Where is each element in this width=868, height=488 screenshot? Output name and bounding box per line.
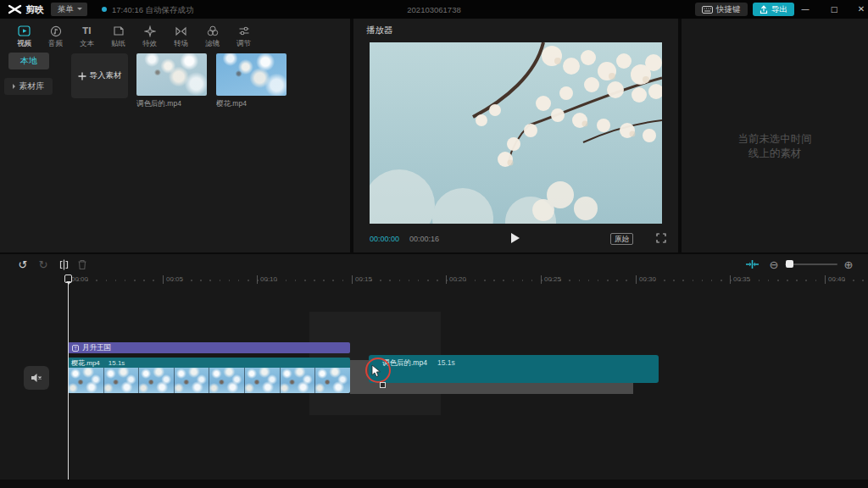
autosave-status-icon [102,7,107,12]
media-item-sakura-clip[interactable]: 樱花.mp4 [216,53,287,109]
export-button[interactable]: 导出 [753,3,794,16]
media-item-graded-clip[interactable]: 调色后的.mp4 [136,53,207,109]
tab-filter[interactable]: 滤镜 [197,19,228,49]
drag-indicator-icon [380,382,386,388]
timeline-section: ↺ ↻ ⊖ ⊕ 00:00 00:05 00:10 00:15 00:20 00… [0,254,868,488]
sticker-icon [113,25,125,37]
video-preview[interactable] [370,42,662,224]
close-button[interactable]: ✕ [851,0,868,19]
mute-track-button[interactable] [24,366,49,390]
menu-button[interactable]: 菜单 [51,3,87,16]
tab-adjust[interactable]: 调节 [228,19,259,49]
play-button[interactable] [511,233,520,243]
ruler-label: 00:40 [825,275,845,284]
current-time: 00:00:00 [370,235,399,243]
text-clip-icon: T [72,345,79,352]
zoom-slider-handle[interactable] [786,260,793,268]
clip-name: 樱花.mp4 [71,358,100,368]
ruler-label: 00:10 [257,275,277,284]
dragged-clip-graded[interactable]: 调色后的.mp4 15.1s [369,355,659,383]
clip-header: 樱花.mp4 15.1s [68,358,350,368]
app-name: 剪映 [25,3,44,16]
keyboard-icon [702,6,713,14]
delete-icon[interactable] [75,257,90,272]
tab-transition[interactable]: 转场 [165,19,197,49]
player-controls: 00:00:00 00:00:16 原始 [353,230,678,249]
timeline-ruler[interactable]: 00:00 00:05 00:10 00:15 00:20 00:25 00:3… [0,274,868,286]
ruler-label: 00:30 [636,275,656,284]
ruler-label: 00:20 [446,275,466,284]
media-tabbar: 视频 音频 TI 文本 贴纸 特效 [0,19,350,49]
export-icon [760,5,768,14]
media-item-name: 调色后的.mp4 [136,99,207,109]
sliders-icon [238,25,250,37]
undo-icon[interactable]: ↺ [15,257,31,272]
zoom-out-icon[interactable]: ⊖ [766,257,782,272]
zoom-in-icon[interactable]: ⊕ [841,257,856,272]
ruler-label: 00:15 [352,275,372,284]
document-title: 202103061738 [349,5,519,14]
snap-to-track-icon[interactable] [744,257,760,272]
tab-text[interactable]: TI 文本 [71,19,103,49]
player-panel: 播放器 [353,19,678,252]
ruler-label: 00:35 [730,275,750,284]
redo-icon[interactable]: ↻ [36,257,51,272]
plus-icon [78,72,86,80]
text-clip-label: 月升王国 [82,343,111,353]
media-thumbnail[interactable] [216,53,287,96]
tab-sticker[interactable]: 贴纸 [103,19,134,49]
transition-icon [175,25,187,37]
player-title: 播放器 [366,25,393,36]
inspector-empty-message: 当前未选中时间 线上的素材 [682,132,868,161]
media-thumbnail[interactable] [136,53,207,96]
split-icon[interactable] [56,257,71,272]
mouse-cursor-icon [371,364,381,378]
video-clip-sakura[interactable]: 樱花.mp4 15.1s [68,358,350,393]
tab-effects[interactable]: 特效 [134,19,165,49]
app-window: 剪映 菜单 17:40:16 自动保存成功 202103061738 快捷键 导… [0,0,868,488]
total-duration: 00:00:16 [409,235,439,243]
horizontal-scrollbar[interactable] [0,480,868,488]
text-icon: TI [82,25,92,37]
ruler-label: 00:25 [541,275,561,284]
titlebar: 剪映 菜单 17:40:16 自动保存成功 202103061738 快捷键 导… [0,0,868,19]
maximize-button[interactable]: □ [824,0,844,19]
text-clip[interactable]: T 月升王国 [68,342,350,353]
fullscreen-icon[interactable] [656,233,666,243]
clip-duration: 15.1s [437,358,455,383]
app-logo-icon [8,3,22,15]
clip-duration: 15.1s [108,359,125,367]
media-item-name: 樱花.mp4 [216,99,287,109]
sidebar-item-library[interactable]: 素材库 [4,78,53,95]
caret-right-icon [13,84,18,89]
speaker-icon [31,373,42,383]
music-note-icon [50,25,62,37]
timeline-toolbar: ↺ ↻ ⊖ ⊕ [0,254,868,274]
minimize-button[interactable]: — [795,0,815,19]
original-quality-button[interactable]: 原始 [610,233,633,245]
filter-circles-icon [207,25,219,37]
shortcuts-button[interactable]: 快捷键 [695,3,748,16]
playhead-line[interactable] [68,274,69,480]
media-panel: 视频 音频 TI 文本 贴纸 特效 [0,19,350,252]
video-icon [18,25,31,37]
ruler-label: 00:05 [163,275,183,284]
tab-video[interactable]: 视频 [8,19,40,49]
sparkle-icon [144,25,156,37]
autosave-status: 17:40:16 自动保存成功 [112,5,194,16]
inspector-panel: 当前未选中时间 线上的素材 [682,19,868,252]
tab-audio[interactable]: 音频 [40,19,71,49]
playhead-handle[interactable] [64,274,72,283]
sidebar-item-local[interactable]: 本地 [8,53,49,69]
clip-filmstrip [68,368,350,393]
import-media-button[interactable]: 导入素材 [71,53,128,98]
